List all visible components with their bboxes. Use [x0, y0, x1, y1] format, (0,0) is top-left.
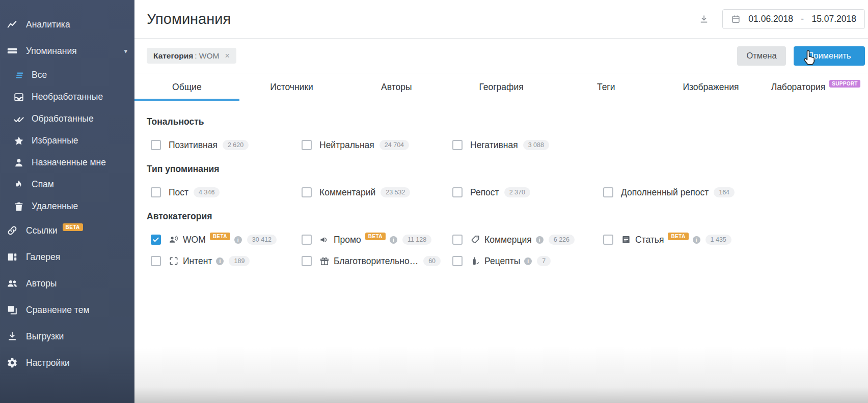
tab-label: Изображения	[683, 82, 739, 93]
tab-general[interactable]: Общие	[134, 73, 239, 101]
filter-option-positive[interactable]: Позитивная2 620	[151, 134, 302, 156]
tag-icon	[470, 235, 480, 245]
sidebar-item-favorites[interactable]: Избранные	[0, 130, 134, 152]
checkbox-unchecked[interactable]	[452, 140, 463, 150]
checkbox-unchecked[interactable]	[452, 187, 463, 197]
beta-badge: BETA	[210, 233, 230, 240]
filter-option-article[interactable]: СтатьяBETAi1 435	[603, 229, 754, 250]
checkbox-unchecked[interactable]	[302, 235, 312, 245]
count-badge: 2 370	[504, 187, 530, 197]
tab-authors[interactable]: Авторы	[344, 73, 449, 101]
info-icon[interactable]: i	[693, 236, 700, 244]
sidebar-item-mentions[interactable]: Упоминания▾	[0, 38, 134, 64]
filter-option-label: Дополненный репост	[621, 187, 709, 198]
count-badge: 189	[229, 256, 250, 266]
tab-label: Общие	[172, 82, 202, 93]
megaphone-icon	[319, 235, 330, 245]
checkbox-unchecked[interactable]	[452, 235, 463, 245]
section-title: Автокатегория	[147, 211, 868, 222]
checkbox-unchecked[interactable]	[302, 140, 312, 150]
analytics-icon	[6, 18, 18, 31]
tab-geography[interactable]: География	[449, 73, 554, 101]
checkbox-unchecked[interactable]	[151, 187, 161, 197]
cancel-button[interactable]: Отмена	[737, 46, 786, 66]
count-badge: 60	[423, 256, 441, 266]
all-lines-icon	[13, 70, 24, 81]
checkbox-unchecked[interactable]	[452, 256, 463, 266]
filter-option-neutral[interactable]: Нейтральная24 704	[302, 134, 452, 156]
filter-option-wom[interactable]: WOMBETAi30 412	[151, 229, 302, 250]
gallery-icon	[6, 251, 18, 263]
section-title: Тональность	[147, 117, 868, 127]
sidebar-item-settings[interactable]: Настройки	[0, 350, 134, 376]
filter-option-recipes[interactable]: Рецептыi7	[452, 250, 603, 272]
person-icon	[13, 157, 24, 168]
sidebar-item-gallery[interactable]: Галерея	[0, 244, 134, 270]
checkbox-unchecked[interactable]	[151, 256, 161, 266]
tab-images[interactable]: Изображения	[659, 73, 764, 101]
gift-icon	[319, 256, 330, 266]
sidebar-item-label: Сравнение тем	[26, 305, 89, 315]
sidebar-item-label: Выгрузки	[26, 331, 64, 342]
sidebar-item-assigned[interactable]: Назначенные мне	[0, 152, 134, 174]
info-icon[interactable]: i	[536, 236, 544, 244]
sidebar-item-label: Упоминания	[26, 46, 77, 56]
filter-option-intent[interactable]: Интентi189	[151, 250, 302, 272]
filter-options-row: Интентi189Благотворительно…60Рецептыi7	[151, 250, 868, 272]
chip-value: : WOM	[195, 51, 219, 61]
filter-option-extended-repost[interactable]: Дополненный репост164	[603, 182, 754, 203]
date-from[interactable]: 01.06.2018	[748, 14, 793, 24]
checkbox-checked[interactable]	[151, 235, 161, 245]
gear-icon	[6, 357, 18, 369]
blender-icon	[470, 256, 480, 266]
count-badge: 11 128	[402, 235, 431, 245]
tab-label: Лаборатория	[771, 82, 826, 93]
filter-chip-category[interactable]: Категория : WOM ×	[147, 48, 236, 64]
sidebar-item-all[interactable]: Все	[0, 64, 134, 86]
checkbox-unchecked[interactable]	[302, 256, 312, 266]
filter-option-post[interactable]: Пост4 346	[151, 182, 302, 203]
info-icon[interactable]: i	[216, 257, 224, 265]
filter-option-label: Благотворительно…	[334, 256, 418, 267]
date-range-picker[interactable]: 01.06.2018 - 15.07.2018	[722, 9, 865, 29]
filter-option-promo[interactable]: ПромоBETAi11 128	[302, 229, 452, 250]
sidebar-item-exports[interactable]: Выгрузки	[0, 323, 134, 350]
tab-lab[interactable]: ЛабораторияSUPPORT	[763, 73, 868, 101]
checkbox-unchecked[interactable]	[603, 187, 613, 197]
trash-icon	[13, 201, 24, 212]
export-download-icon[interactable]	[699, 14, 709, 24]
sidebar-item-links[interactable]: СсылкиBETA	[0, 217, 134, 244]
count-badge: 1 435	[706, 235, 731, 245]
filter-option-label: Нейтральная	[319, 140, 374, 151]
sidebar-item-compare[interactable]: Сравнение тем	[0, 297, 134, 323]
sidebar-item-unprocessed[interactable]: Необработанные	[0, 86, 134, 108]
info-icon[interactable]: i	[234, 236, 242, 244]
section-title: Тип упоминания	[147, 164, 868, 175]
filter-option-repost[interactable]: Репост2 370	[452, 182, 603, 203]
info-icon[interactable]: i	[390, 236, 397, 244]
sidebar-item-authors[interactable]: Авторы	[0, 270, 134, 297]
star-icon	[13, 135, 24, 147]
checkbox-unchecked[interactable]	[603, 235, 613, 245]
sidebar-item-label: Спам	[32, 179, 54, 190]
info-icon[interactable]: i	[524, 257, 532, 265]
filter-option-charity[interactable]: Благотворительно…60	[302, 250, 452, 272]
chip-remove-icon[interactable]: ×	[225, 51, 229, 61]
filter-option-comment[interactable]: Комментарий23 532	[302, 182, 452, 203]
sidebar-item-label: Удаленные	[32, 201, 78, 212]
apply-button[interactable]: Применить	[794, 46, 865, 66]
filter-option-commerce[interactable]: Коммерцияi6 226	[452, 229, 603, 250]
sidebar-item-analytics[interactable]: Аналитика	[0, 11, 134, 38]
filter-option-negative[interactable]: Негативная3 088	[452, 134, 603, 156]
sidebar-item-processed[interactable]: Обработанные	[0, 108, 134, 130]
beta-badge: BETA	[365, 233, 386, 240]
tab-tags[interactable]: Теги	[554, 73, 659, 101]
sidebar-item-deleted[interactable]: Удаленные	[0, 195, 134, 217]
page-title: Упоминания	[147, 11, 231, 27]
sidebar-item-spam[interactable]: Спам	[0, 174, 134, 195]
sidebar-item-label: Аналитика	[26, 19, 70, 30]
tab-sources[interactable]: Источники	[239, 73, 344, 101]
date-to[interactable]: 15.07.2018	[811, 14, 856, 24]
checkbox-unchecked[interactable]	[151, 140, 161, 150]
checkbox-unchecked[interactable]	[302, 187, 312, 197]
